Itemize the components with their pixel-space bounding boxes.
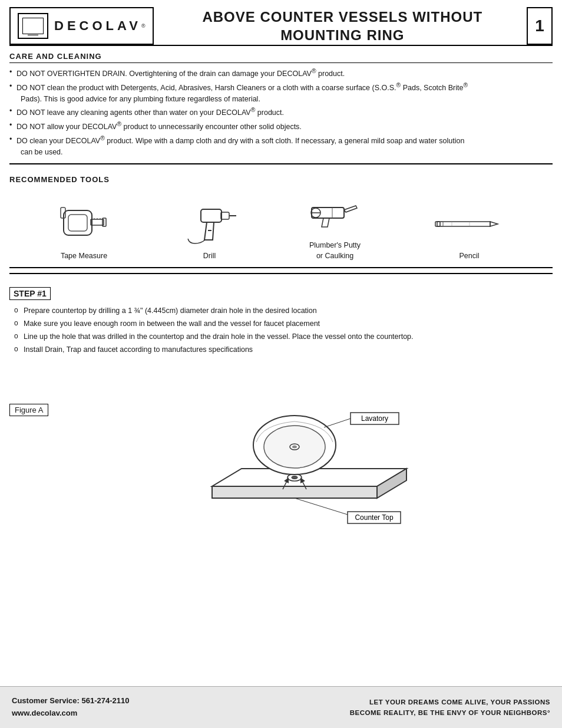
footer-left: Customer Service: 561-274-2110 www.decol… bbox=[12, 695, 281, 720]
drill-icon bbox=[183, 200, 236, 248]
svg-rect-16 bbox=[437, 222, 490, 226]
footer: Customer Service: 561-274-2110 www.decol… bbox=[0, 686, 562, 728]
brand-name: DECOLAV bbox=[54, 18, 141, 34]
step-item: Install Drain, Trap and faucet according… bbox=[9, 344, 553, 355]
svg-line-32 bbox=[295, 498, 348, 515]
tagline-line2: BECOME REALITY, BE THE ENVY OF YOUR NEIG… bbox=[281, 707, 550, 718]
registered-mark: ® bbox=[141, 23, 146, 29]
step-item: Prepare countertop by drilling a 1 ¾" (4… bbox=[9, 305, 553, 317]
svg-point-28 bbox=[292, 446, 297, 449]
svg-text:Counter Top: Counter Top bbox=[355, 513, 394, 522]
decolav-logo-icon bbox=[18, 13, 48, 39]
svg-rect-17 bbox=[435, 222, 440, 226]
tools-row: Tape Measure bbox=[9, 190, 553, 261]
figure-diagram: Lavatory Counter Top bbox=[48, 368, 553, 539]
tape-measure-icon bbox=[58, 200, 111, 248]
care-item: DO NOT leave any cleaning agents other t… bbox=[9, 106, 553, 119]
care-item: DO NOT OVERTIGHTEN DRAIN. Overtightening… bbox=[9, 67, 553, 80]
svg-rect-10 bbox=[221, 212, 229, 219]
divider-1 bbox=[9, 163, 553, 164]
care-item: DO NOT allow your DECOLAV® product to un… bbox=[9, 120, 553, 133]
svg-text:Lavatory: Lavatory bbox=[361, 414, 388, 423]
figure-label: Figure A bbox=[9, 404, 48, 416]
header: DECOLAV® ABOVE COUNTER VESSELS WITHOUT M… bbox=[9, 7, 553, 46]
step-item: Make sure you leave enough room in betwe… bbox=[9, 318, 553, 330]
step-item: Line up the hole that was drilled in the… bbox=[9, 331, 553, 342]
figure-section: Figure A bbox=[9, 368, 553, 539]
customer-service: Customer Service: 561-274-2110 bbox=[12, 695, 281, 707]
step-title: STEP #1 bbox=[9, 287, 51, 300]
care-item: DO NOT clean the product with Detergents… bbox=[9, 81, 553, 106]
tool-pencil: Pencil bbox=[434, 200, 505, 262]
putty-icon bbox=[309, 190, 362, 237]
pencil-label: Pencil bbox=[459, 251, 479, 262]
care-section: CARE AND CLEANING DO NOT OVERTIGHTEN DRA… bbox=[9, 52, 553, 159]
tools-section: RECOMMENDED TOOLS bbox=[9, 175, 553, 268]
header-title-text: ABOVE COUNTER VESSELS WITHOUT MOUNTING R… bbox=[202, 8, 482, 44]
step-list: Prepare countertop by drilling a 1 ¾" (4… bbox=[9, 305, 553, 355]
tagline-line1: LET YOUR DREAMS COME ALIVE, YOUR PASSION… bbox=[281, 697, 550, 707]
care-list: DO NOT OVERTIGHTEN DRAIN. Overtightening… bbox=[9, 67, 553, 158]
page-number: 1 bbox=[527, 7, 553, 45]
tape-measure-label: Tape Measure bbox=[61, 251, 107, 262]
tools-title: RECOMMENDED TOOLS bbox=[9, 175, 553, 184]
svg-rect-2 bbox=[91, 219, 104, 225]
putty-label: Plumber's Puttyor Caulking bbox=[309, 241, 361, 261]
header-title: ABOVE COUNTER VESSELS WITHOUT MOUNTING R… bbox=[166, 7, 520, 45]
care-title: CARE AND CLEANING bbox=[9, 52, 553, 63]
website: www.decolav.com bbox=[12, 707, 281, 720]
divider-2 bbox=[9, 273, 553, 274]
svg-rect-8 bbox=[201, 209, 222, 222]
tool-drill: Drill bbox=[183, 200, 236, 262]
drill-label: Drill bbox=[203, 251, 216, 262]
lavatory-shape bbox=[253, 416, 336, 475]
pencil-icon bbox=[434, 200, 505, 248]
step-section: STEP #1 Prepare countertop by drilling a… bbox=[9, 287, 553, 357]
tool-tape-measure: Tape Measure bbox=[58, 200, 111, 262]
svg-rect-1 bbox=[68, 215, 87, 231]
footer-right: LET YOUR DREAMS COME ALIVE, YOUR PASSION… bbox=[281, 695, 550, 720]
tool-plumbers-putty: Plumber's Puttyor Caulking bbox=[309, 190, 362, 261]
logo-box: DECOLAV® bbox=[9, 7, 154, 45]
svg-line-29 bbox=[324, 419, 351, 427]
care-item: DO clean your DECOLAV® product. Wipe wit… bbox=[9, 134, 553, 159]
svg-point-22 bbox=[292, 476, 297, 479]
